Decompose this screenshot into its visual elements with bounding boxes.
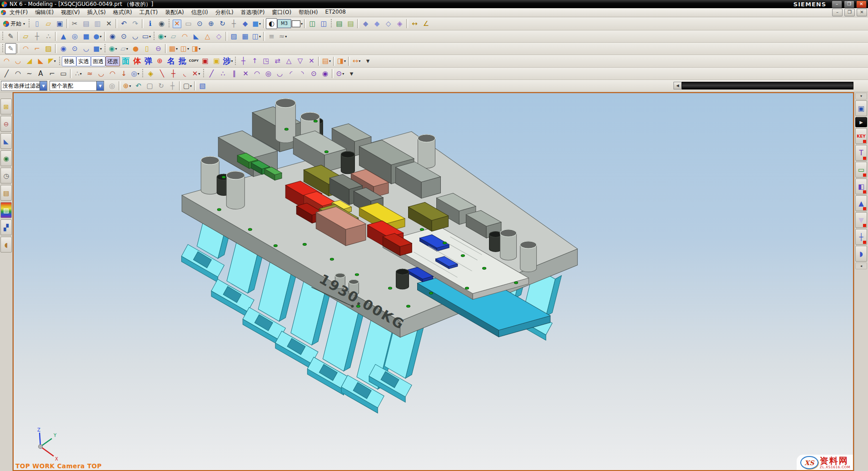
toolbar-grip[interactable] xyxy=(59,57,61,66)
3d-model-scene[interactable]: Z Y X 1930.00KG xyxy=(14,93,853,470)
restore-display-button[interactable]: 还原 xyxy=(105,56,120,66)
new-file-button[interactable]: ▯ xyxy=(31,18,43,29)
circle-center-button[interactable]: ⊙ xyxy=(308,68,319,79)
profile-button[interactable]: ⌐ xyxy=(46,68,58,79)
datum-plane-button[interactable]: ▱ xyxy=(20,31,31,42)
toolbar-grip[interactable] xyxy=(142,69,144,78)
dropdown-arrow-icon[interactable]: ▾ xyxy=(231,59,233,63)
find-in-assembly-button[interactable]: ◎ xyxy=(106,80,118,91)
perspective-button[interactable]: ◆ xyxy=(239,18,251,29)
dropdown-arrow-icon[interactable]: ▾ xyxy=(80,72,82,76)
dropdown-arrow-icon[interactable]: ▾ xyxy=(344,59,346,63)
show-hide-button[interactable]: ▢ xyxy=(144,80,155,91)
render-style-button[interactable]: ◐ xyxy=(266,18,277,29)
parallel-line-button[interactable]: ∥ xyxy=(229,68,240,79)
boss-button[interactable]: ⊙ xyxy=(118,31,130,42)
sheet-body-button[interactable]: ▱▾ xyxy=(119,43,130,54)
menu-item-1[interactable]: 文件(F) xyxy=(6,8,31,17)
menu-item-11[interactable]: 窗口(O) xyxy=(268,8,295,17)
pattern-feature-button[interactable]: ▦ xyxy=(239,31,251,42)
quick-trim-button[interactable]: ✕▾ xyxy=(190,68,202,79)
save-button[interactable]: ▣ xyxy=(54,18,65,29)
shaded-cube-button[interactable]: ▧ xyxy=(197,80,208,91)
instance-feature-button[interactable]: ▦▾ xyxy=(168,43,179,54)
block-button[interactable]: ■ xyxy=(80,31,92,42)
chamfer-button[interactable]: ◣ xyxy=(190,31,202,42)
zoom-in-out-button[interactable]: ⊕ xyxy=(205,18,217,29)
component-position-button[interactable]: ↔▾ xyxy=(351,56,362,67)
redo-button[interactable]: ↷ xyxy=(130,18,141,29)
cylinder-feature-button[interactable]: ▯ xyxy=(141,43,153,54)
offset-face-button[interactable]: ◨▾ xyxy=(190,43,202,54)
dropdown-arrow-icon[interactable]: ▾ xyxy=(359,59,360,63)
sketch-button[interactable]: ✎ xyxy=(5,31,16,42)
assembly-navigator-tab[interactable]: ⊞ xyxy=(0,99,12,114)
dropdown-arrow-icon[interactable]: ▾ xyxy=(187,47,189,51)
graphics-viewport[interactable]: Z Y X 1930.00KG TOP WORK Camera TOP XS 资… xyxy=(13,92,854,471)
dropdown-arrow-icon[interactable]: ▾ xyxy=(198,72,200,76)
menu-item-9[interactable]: 分析(L) xyxy=(212,8,237,17)
reuse-punch-item[interactable]: ▼ xyxy=(855,212,867,228)
dropdown-arrow-icon[interactable]: ▾ xyxy=(115,47,117,51)
copy-tool-button[interactable]: COPY xyxy=(188,56,200,67)
text-button[interactable]: A xyxy=(35,68,46,79)
selection-scope-combo[interactable]: 整个装配 ▼ xyxy=(50,81,104,91)
web-browser-tab[interactable]: ◉ xyxy=(0,150,12,166)
menu-item-8[interactable]: 信息(I) xyxy=(188,8,212,17)
maximize-view-button[interactable]: ▣ xyxy=(855,100,867,116)
unite-boolean-button[interactable]: ◉▾ xyxy=(107,43,119,54)
reuse-plate-item[interactable]: ▲ xyxy=(855,195,867,211)
dropdown-arrow-icon[interactable]: ▾ xyxy=(100,35,102,39)
edge-blend-button[interactable]: ◠ xyxy=(179,31,190,42)
palettes-tab[interactable]: ▤ xyxy=(0,185,12,201)
trim-curve-button[interactable]: ╲ xyxy=(156,68,168,79)
dropdown-arrow-icon[interactable]: ▾ xyxy=(54,59,56,63)
history-tab[interactable]: ◷ xyxy=(0,168,12,183)
layer-settings-button[interactable]: ▤ xyxy=(334,18,345,29)
extrude-button[interactable]: ▲ xyxy=(58,31,69,42)
form-punch-button[interactable]: ◤▾ xyxy=(46,56,58,67)
circle-diameter-button[interactable]: ⊙▾ xyxy=(334,68,346,79)
pad-button[interactable]: ▭▾ xyxy=(141,31,152,42)
dropdown-arrow-icon[interactable]: ▾ xyxy=(23,22,25,26)
fit-view-button[interactable]: ✕ xyxy=(171,18,183,29)
open-file-button[interactable]: ▱ xyxy=(43,18,54,29)
snap-point-button[interactable]: ⊕▾ xyxy=(121,80,133,91)
measure-angle-button[interactable]: ∠ xyxy=(420,18,432,29)
palette-collapse-button[interactable]: ◂ xyxy=(855,263,867,269)
datum-csys-button[interactable]: ┼ xyxy=(31,31,43,42)
menu-item-7[interactable]: 装配(A) xyxy=(161,8,188,17)
start-button[interactable]: 开始▾ xyxy=(1,18,27,29)
magnify-button[interactable]: ⊙ xyxy=(194,18,205,29)
dropdown-arrow-icon[interactable]: ▾ xyxy=(149,35,151,39)
selection-filter-combo[interactable]: 没有选择过滤器 ▼ xyxy=(1,81,47,91)
copy-button[interactable]: ▤ xyxy=(80,18,92,29)
snap-end-point-button[interactable]: ◆ xyxy=(360,18,371,29)
red-cube-tool-button[interactable]: ▣ xyxy=(200,56,211,67)
boss-feature-button[interactable]: ⊙ xyxy=(69,43,80,54)
join-curve-button[interactable]: ◠ xyxy=(107,68,118,79)
reuse-key-item[interactable]: KEY xyxy=(855,128,867,144)
lift-component-button[interactable]: ↑ xyxy=(249,56,260,67)
sketch-point-button[interactable]: ∴ xyxy=(217,68,229,79)
materials-tab[interactable]: ▨ xyxy=(0,202,12,218)
point-set-button[interactable]: ∴▾ xyxy=(73,68,84,79)
dropdown-arrow-icon[interactable]: ▾ xyxy=(301,22,303,26)
dropdown-arrow-icon[interactable]: ▾ xyxy=(100,47,102,51)
roles-tab[interactable]: ◖ xyxy=(0,237,12,253)
dropdown-arrow-icon[interactable]: ▾ xyxy=(138,72,140,76)
chevron-down-icon[interactable]: ▼ xyxy=(40,81,47,90)
shell-button[interactable]: ◇ xyxy=(213,31,224,42)
menu-item-4[interactable]: 插入(S) xyxy=(84,8,110,17)
show-component-button[interactable]: ◳ xyxy=(260,56,272,67)
replace-display-button[interactable]: 替换 xyxy=(62,56,76,66)
paste-button[interactable]: ▥ xyxy=(92,18,103,29)
fixture-assembly-model[interactable] xyxy=(181,99,577,413)
view-mini-menu-button[interactable]: ▾ xyxy=(855,93,867,99)
toolbar-grip[interactable] xyxy=(104,44,106,53)
revolve-button[interactable]: ◎ xyxy=(69,31,80,42)
menu-item-5[interactable]: 格式(R) xyxy=(110,8,136,17)
interference-check-button[interactable]: 涉▾ xyxy=(222,56,234,67)
line-button[interactable]: ╱ xyxy=(1,68,12,79)
snap-intersection-button[interactable]: ◇ xyxy=(383,18,394,29)
